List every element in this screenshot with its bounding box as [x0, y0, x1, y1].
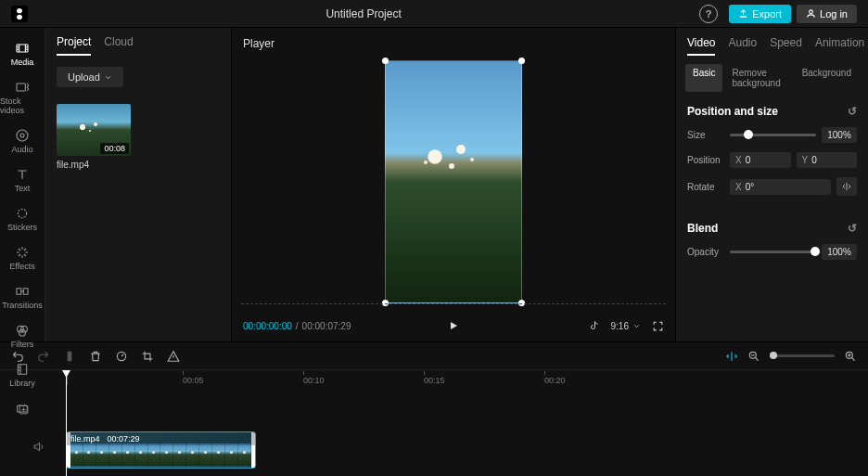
sidebar-item-audio[interactable]: Audio	[0, 122, 45, 161]
svg-point-8	[21, 326, 28, 332]
topbar: Untitled Project ? Export Log in	[0, 0, 868, 28]
position-label: Position	[687, 155, 724, 165]
playhead[interactable]	[66, 370, 67, 476]
sidebar-item-label: Effects	[9, 262, 34, 271]
crop-button[interactable]	[141, 350, 154, 363]
sidebar-item-stickers[interactable]: Stickers	[0, 200, 45, 239]
opacity-slider[interactable]	[730, 251, 816, 253]
stickers-icon	[15, 206, 30, 221]
tab-project[interactable]: Project	[57, 35, 91, 56]
mute-button[interactable]	[32, 441, 45, 453]
effects-icon	[15, 245, 30, 260]
clip-name: file.mp4	[70, 434, 100, 444]
size-label: Size	[687, 130, 724, 140]
sidebar-item-transitions[interactable]: Transitions	[0, 278, 45, 317]
sidebar-item-text[interactable]: Text	[0, 161, 45, 200]
svg-point-1	[810, 10, 813, 14]
upload-label: Upload	[68, 71, 100, 83]
timecode-total: 00:00:07:29	[302, 321, 351, 331]
media-thumbnail: 00:08	[57, 104, 131, 156]
play-button[interactable]	[448, 320, 459, 331]
aspect-ratio-selector[interactable]: 9:16	[611, 321, 641, 331]
position-x-input[interactable]: X0	[730, 152, 791, 168]
speed-button[interactable]	[115, 350, 128, 363]
size-slider[interactable]	[730, 134, 816, 136]
clip-thumbnails	[70, 444, 251, 466]
properties-panel: Video Audio Speed Animation Basic Remove…	[676, 28, 868, 341]
tab-animation[interactable]: Animation	[815, 36, 864, 56]
tab-audio[interactable]: Audio	[728, 36, 757, 56]
section-position-size: Position and size	[687, 105, 778, 118]
sidebar-item-label: Audio	[11, 145, 32, 154]
svg-point-6	[18, 209, 26, 217]
resize-handle-tl[interactable]	[382, 58, 389, 64]
zoom-out-button[interactable]	[747, 350, 760, 363]
sidebar-item-label: Media	[11, 58, 34, 67]
reset-icon[interactable]: ↺	[848, 105, 857, 118]
tab-video[interactable]: Video	[687, 36, 715, 56]
section-blend: Blend	[687, 222, 718, 235]
sidebar-item-label: Text	[15, 184, 31, 193]
svg-point-4	[17, 130, 28, 141]
chevron-down-icon	[632, 322, 641, 330]
redo-button[interactable]	[37, 350, 50, 363]
tab-speed[interactable]: Speed	[770, 36, 802, 56]
size-value[interactable]: 100%	[822, 127, 857, 143]
timecode-current: 00:00:00:00	[243, 321, 292, 331]
subtab-background[interactable]: Background	[795, 64, 859, 92]
player-area: Player 00:00:00:00 / 00:00:07:29 9:16	[232, 28, 676, 341]
reset-icon[interactable]: ↺	[848, 222, 857, 235]
subtab-removebg[interactable]: Remove background	[724, 64, 792, 92]
sidebar-item-effects[interactable]: Effects	[0, 239, 45, 278]
subtab-basic[interactable]: Basic	[685, 64, 722, 92]
ruler-mark: 00:15	[424, 376, 445, 385]
delete-button[interactable]	[89, 350, 102, 363]
zoom-in-button[interactable]	[844, 350, 857, 363]
undo-button[interactable]	[11, 350, 24, 363]
transitions-icon	[15, 284, 30, 299]
help-icon[interactable]: ?	[699, 5, 718, 23]
fullscreen-button[interactable]	[652, 320, 664, 332]
tab-cloud[interactable]: Cloud	[104, 35, 133, 56]
export-button[interactable]: Export	[729, 5, 791, 23]
upload-button[interactable]: Upload	[57, 67, 123, 87]
login-button[interactable]: Log in	[797, 5, 857, 23]
sidebar-item-label: Stock videos	[0, 96, 45, 115]
opacity-value[interactable]: 100%	[822, 244, 857, 260]
player-canvas[interactable]	[232, 54, 675, 310]
svg-point-9	[19, 329, 26, 336]
sidebar-item-label: Transitions	[2, 301, 43, 310]
auto-align-icon[interactable]	[725, 350, 738, 363]
player-title: Player	[232, 28, 675, 54]
canvas-selection[interactable]	[385, 60, 522, 303]
svg-rect-3	[17, 84, 25, 91]
canvas-scrubber[interactable]	[241, 303, 666, 304]
rotate-input[interactable]: X0°	[730, 179, 831, 195]
timeline-clip[interactable]: file.mp4 00:07:29	[66, 431, 256, 469]
warning-icon[interactable]	[167, 350, 180, 363]
split-button[interactable]	[63, 350, 76, 363]
flip-horizontal-button[interactable]	[836, 177, 857, 196]
media-panel: Project Cloud Upload 00:08 file.mp4	[45, 28, 232, 341]
filters-icon	[15, 323, 30, 338]
media-filename: file.mp4	[57, 160, 131, 170]
project-title: Untitled Project	[28, 7, 699, 20]
ruler-mark: 00:20	[544, 376, 566, 385]
add-track-button[interactable]	[18, 404, 30, 416]
zoom-slider[interactable]	[770, 354, 835, 357]
media-item[interactable]: 00:08 file.mp4	[57, 104, 131, 170]
resize-handle-tr[interactable]	[518, 58, 525, 64]
position-y-input[interactable]: Y0	[797, 152, 858, 168]
svg-point-5	[20, 134, 24, 137]
media-duration: 00:08	[100, 143, 129, 154]
login-label: Log in	[820, 8, 848, 19]
tiktok-icon[interactable]	[589, 320, 600, 331]
timeline: | 00:05 00:10 00:15 00:20 file.mp4 00:07…	[0, 341, 868, 476]
timeline-ruler[interactable]: | 00:05 00:10 00:15 00:20	[45, 370, 868, 392]
sidebar-item-label: Stickers	[7, 223, 37, 232]
sidebar-item-stock[interactable]: Stock videos	[0, 74, 45, 122]
sidebar-item-media[interactable]: Media	[0, 35, 45, 74]
stock-icon	[15, 80, 30, 95]
svg-rect-12	[68, 352, 69, 360]
ruler-mark: 00:05	[183, 376, 204, 385]
